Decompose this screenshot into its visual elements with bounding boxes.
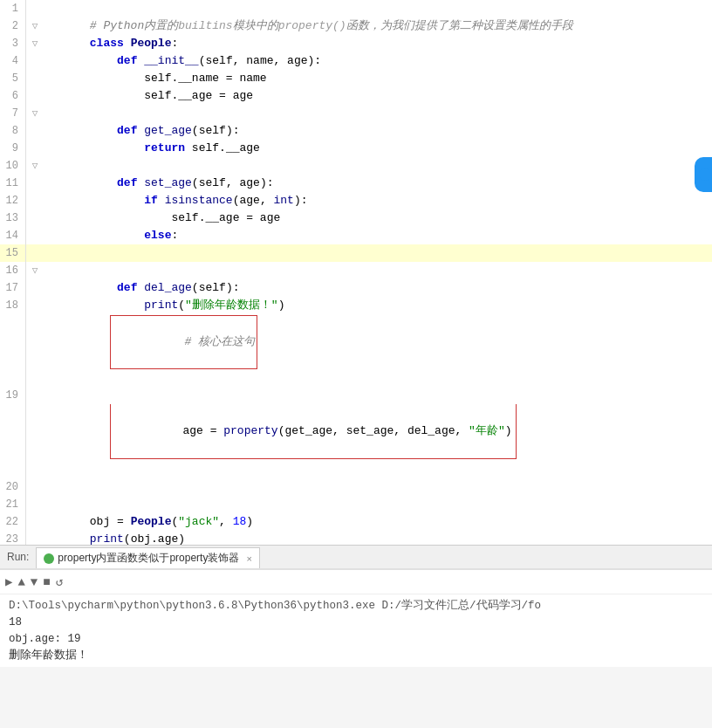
code-line-17: 17 print("删除年龄数据！") <box>0 279 712 297</box>
play-button[interactable]: ▶ <box>5 574 12 589</box>
run-output-2: obj.age: 19 <box>9 631 703 647</box>
code-line-21: 21 obj = People("jack", 18) <box>0 496 712 513</box>
run-tab-title: property内置函数类似于property装饰器 <box>58 551 239 566</box>
svg-point-0 <box>699 168 709 181</box>
editor-area: 1 # Python内置的builtins模块中的property()函数，为我… <box>0 0 712 545</box>
code-line-2: 2 ▽ class People: <box>0 17 712 35</box>
code-line-3: 3 ▽ def __init__(self, name, age): <box>0 35 712 52</box>
run-output-main: ▶ ▲ ▼ ■ ↺ D:\Tools\pycharm\python\python… <box>0 570 712 728</box>
code-line-8: 8 return self.__age <box>0 122 712 140</box>
code-line-10: 10 ▽ def set_age(self, age): <box>0 157 712 175</box>
run-path-line: D:\Tools\pycharm\python\python3.6.8\Pyth… <box>9 598 703 614</box>
code-line-15: 15 <box>0 244 712 262</box>
run-toolbar-row: ▶ ▲ ▼ ■ ↺ <box>0 570 712 594</box>
right-circle-icon <box>695 157 712 192</box>
run-output-area: ▶ ▲ ▼ ■ ↺ D:\Tools\pycharm\python\python… <box>0 570 712 728</box>
down-button[interactable]: ▼ <box>31 575 38 589</box>
tab-run-icon <box>44 553 54 564</box>
code-line-19: 19 age = property(get_age, set_age, del_… <box>0 387 712 478</box>
code-line-7: 7 ▽ def get_age(self): <box>0 105 712 122</box>
line-1-content: # Python内置的builtins模块中的property()函数，为我们提… <box>44 0 712 17</box>
code-line-23: 23 obj.age = 19 <box>0 531 712 545</box>
code-line-6: 6 <box>0 87 712 105</box>
code-line-22: 22 print(obj.age) <box>0 513 712 531</box>
tab-close-icon[interactable]: × <box>246 553 251 564</box>
code-line-12: 12 self.__age = age <box>0 192 712 209</box>
code-line-20: 20 <box>0 478 712 496</box>
run-output-3: 删除年龄数据！ <box>9 648 703 663</box>
comment-line: 1 # Python内置的builtins模块中的property()函数，为我… <box>0 0 712 17</box>
code-line-18: 18 # 核心在这句 <box>0 297 712 387</box>
code-line-5: 5 self.__age = age <box>0 70 712 87</box>
code-line-9: 9 <box>0 140 712 157</box>
rerun-icon[interactable]: ↺ <box>56 574 63 589</box>
code-line-16: 16 ▽ def del_age(self): <box>0 262 712 279</box>
code-line-13: 13 else: <box>0 209 712 227</box>
stop-button[interactable]: ■ <box>43 575 50 589</box>
run-label: Run: <box>0 546 36 568</box>
code-line-4: 4 self.__name = name <box>0 52 712 70</box>
up-button[interactable]: ▲ <box>17 575 24 589</box>
code-line-14: 14 raise ValueError <box>0 227 712 244</box>
boxed-section: 18 # 核心在这句 19 age = property(get_age, se… <box>0 297 712 478</box>
run-content: D:\Tools\pycharm\python\python3.6.8\Pyth… <box>0 594 712 667</box>
run-tab[interactable]: property内置函数类似于property装饰器 × <box>36 547 259 568</box>
run-output-1: 18 <box>9 615 703 630</box>
code-line-11: 11 if isinstance(age, int): <box>0 175 712 192</box>
run-panel: Run: property内置函数类似于property装饰器 × ▶ ▲ ▼ … <box>0 545 712 728</box>
run-tab-bar: Run: property内置函数类似于property装饰器 × <box>0 546 712 570</box>
